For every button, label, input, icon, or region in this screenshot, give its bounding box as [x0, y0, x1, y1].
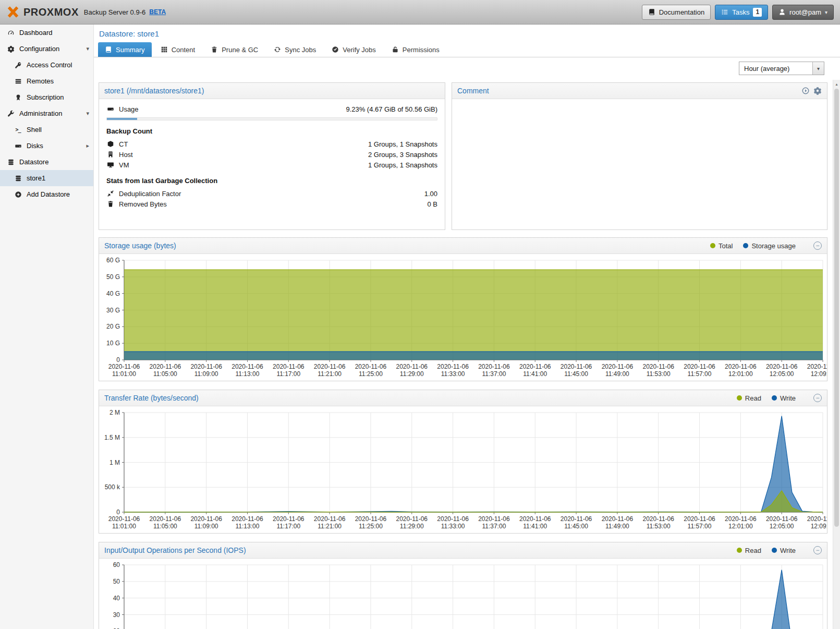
lock-icon [392, 46, 399, 53]
documentation-button[interactable]: Documentation [642, 5, 711, 20]
svg-text:0: 0 [116, 356, 120, 364]
chart-title: Input/Output Operations per Second (IOPS… [104, 546, 246, 554]
legend-label: Total [719, 242, 733, 250]
collapse-chevron-icon[interactable]: ▾ [86, 110, 89, 117]
tab-summary[interactable]: Summary [98, 42, 152, 57]
sidebar-label: Datastore [19, 158, 48, 166]
svg-text:2020-11-06: 2020-11-06 [355, 515, 387, 523]
sidebar-item-datastore[interactable]: Datastore [0, 154, 93, 170]
panel-header: store1 (/mnt/datastores/store1) [99, 83, 445, 99]
expand-chevron-icon[interactable]: ▸ [86, 142, 89, 149]
user-icon [778, 8, 786, 16]
legend-item-write[interactable]: Write [772, 394, 796, 402]
svg-text:12:09:00: 12:09:00 [811, 523, 827, 530]
circle-arrow-icon[interactable] [801, 87, 810, 95]
sidebar-item-configuration[interactable]: Configuration ▾ [0, 41, 93, 57]
svg-text:2020-11-06: 2020-11-06 [437, 515, 469, 523]
tab-permissions[interactable]: Permissions [385, 42, 446, 57]
svg-text:11:45:00: 11:45:00 [564, 523, 588, 530]
vertical-scrollbar[interactable]: ▴ [833, 80, 840, 629]
tab-content[interactable]: Content [154, 42, 202, 57]
time-range-select[interactable]: Hour (average) ▾ [739, 62, 824, 75]
summary-row: store1 (/mnt/datastores/store1) Usage 9.… [99, 82, 827, 230]
wrench-icon [7, 110, 15, 117]
legend-dot [772, 395, 777, 401]
scroll-up-arrow-icon[interactable]: ▴ [833, 80, 840, 88]
legend-dot [743, 243, 748, 248]
tab-sync-jobs[interactable]: Sync Jobs [267, 42, 323, 57]
legend-item-read[interactable]: Read [737, 547, 761, 554]
sidebar-label: Disks [27, 142, 43, 150]
legend-item-write[interactable]: Write [772, 547, 796, 554]
sidebar-item-add-datastore[interactable]: Add Datastore [0, 186, 93, 202]
svg-text:20 G: 20 G [106, 323, 120, 330]
proxmox-logo: PROXMOX [6, 5, 79, 19]
legend-dot [710, 243, 715, 248]
chart-legend: Total Storage usage − [710, 241, 822, 250]
svg-text:10 G: 10 G [106, 340, 120, 347]
collapse-icon[interactable]: − [813, 546, 822, 554]
sidebar-item-administration[interactable]: Administration ▾ [0, 105, 93, 122]
scrollbar-thumb[interactable] [834, 89, 839, 527]
sidebar-item-disks[interactable]: Disks ▸ [0, 138, 93, 154]
sidebar-item-access-control[interactable]: Access Control [0, 57, 93, 73]
user-menu-button[interactable]: root@pam ▾ [772, 5, 834, 20]
sidebar-item-dashboard[interactable]: Dashboard [0, 25, 93, 41]
check-circle-icon [332, 46, 339, 53]
collapse-chevron-icon[interactable]: ▾ [86, 45, 89, 52]
row-value: 1 Groups, 1 Snapshots [368, 161, 437, 169]
gear-icon[interactable] [813, 87, 822, 95]
iops-panel: Input/Output Operations per Second (IOPS… [99, 542, 827, 629]
tab-prune-gc[interactable]: Prune & GC [204, 42, 265, 57]
page-title: Datastore: store1 [99, 29, 159, 38]
chart-toolbar: Hour (average) ▾ [94, 57, 840, 79]
beta-link[interactable]: BETA [149, 8, 166, 16]
panel-header: Comment [452, 83, 827, 99]
svg-text:30: 30 [113, 611, 120, 619]
svg-text:2020-11-06: 2020-11-06 [273, 515, 305, 523]
panel-title: store1 (/mnt/datastores/store1) [104, 87, 204, 95]
svg-text:60 G: 60 G [106, 257, 120, 264]
svg-text:2020-11-06: 2020-11-06 [766, 515, 798, 523]
legend-item-read[interactable]: Read [737, 394, 761, 402]
svg-text:2020-11-06: 2020-11-06 [314, 515, 346, 523]
chart-legend: Read Write − [737, 546, 822, 554]
legend-item-total[interactable]: Total [710, 242, 733, 250]
collapse-icon[interactable]: − [813, 394, 822, 402]
main-content: Datastore: store1 Summary Content Prune … [94, 25, 840, 629]
transfer-rate-panel: Transfer Rate (bytes/second) Read Write … [99, 390, 827, 534]
svg-text:12:05:00: 12:05:00 [770, 370, 794, 378]
tasks-button[interactable]: Tasks 1 [715, 5, 768, 20]
sidebar-item-shell[interactable]: >_ Shell [0, 122, 93, 138]
product-version: Backup Server 0.9-6 [84, 8, 146, 16]
tab-verify-jobs[interactable]: Verify Jobs [325, 42, 383, 57]
backup-count-row-vm: VM 1 Groups, 1 Snapshots [106, 160, 437, 170]
transfer-rate-chart: 2020-11-0611:01:002020-11-0611:05:002020… [99, 406, 827, 533]
sidebar-item-remotes[interactable]: Remotes [0, 73, 93, 89]
svg-text:11:25:00: 11:25:00 [359, 523, 383, 530]
usage-label: Usage [119, 105, 139, 113]
chevron-down-icon: ▾ [817, 66, 820, 71]
svg-text:2020-11-06: 2020-11-06 [725, 363, 757, 370]
svg-text:11:05:00: 11:05:00 [153, 370, 177, 378]
datastore-summary-panel: store1 (/mnt/datastores/store1) Usage 9.… [99, 82, 445, 230]
sidebar-item-store1[interactable]: store1 [0, 170, 93, 186]
row-value: 1.00 [424, 190, 437, 198]
svg-text:12:05:00: 12:05:00 [770, 523, 794, 530]
svg-text:2020-11-06: 2020-11-06 [150, 363, 181, 370]
svg-text:11:09:00: 11:09:00 [194, 370, 218, 378]
svg-text:2020-11-06: 2020-11-06 [478, 515, 510, 523]
backup-count-row-host: Host 2 Groups, 3 Snapshots [106, 149, 437, 160]
svg-text:2020-11-06: 2020-11-06 [396, 363, 428, 370]
svg-text:12:01:00: 12:01:00 [728, 370, 753, 378]
tab-label: Summary [116, 46, 145, 54]
storage-usage-chart: 2020-11-0611:01:002020-11-0611:05:002020… [99, 254, 827, 381]
collapse-icon[interactable]: − [813, 241, 822, 250]
sidebar-label: Add Datastore [27, 190, 70, 198]
combo-trigger[interactable]: ▾ [812, 62, 824, 75]
sidebar-item-subscription[interactable]: Subscription [0, 89, 93, 105]
legend-item-storage-usage[interactable]: Storage usage [743, 242, 796, 250]
monitor-icon [106, 161, 114, 168]
book-icon [105, 46, 112, 53]
panel-header: Storage usage (bytes) Total Storage usag… [99, 238, 827, 254]
